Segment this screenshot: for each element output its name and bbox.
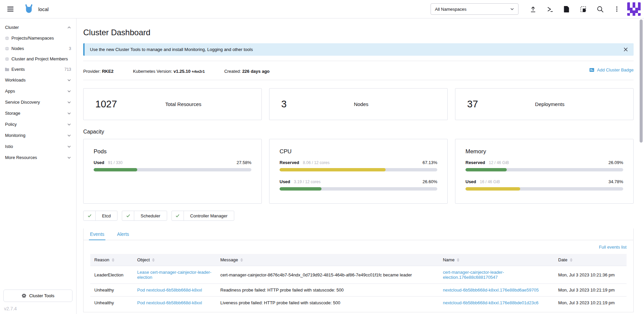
chevron-down-icon — [67, 89, 71, 93]
full-events-list-link[interactable]: Full events list — [90, 245, 627, 250]
sidebar-group-label: Istio — [5, 144, 13, 149]
nodes-card: 3 Nodes — [269, 88, 448, 120]
sidebar-item-cluster-and-project-members[interactable]: Cluster and Project Members — [0, 54, 76, 64]
column-header-object[interactable]: Object — [133, 254, 216, 266]
page-title: Cluster Dashboard — [83, 28, 634, 37]
provider-info: Provider: RKE2 — [83, 69, 113, 74]
close-icon[interactable] — [623, 47, 628, 52]
event-reason: Unhealthy — [90, 284, 133, 297]
chevron-down-icon — [67, 134, 71, 138]
event-message: Liveness probe failed: HTTP probe failed… — [216, 297, 439, 309]
progress-bar-fill — [280, 168, 386, 171]
namespace-filter-select[interactable]: All Namespaces — [431, 3, 518, 15]
event-reason: Unhealthy — [90, 297, 133, 309]
progress-bar-fill — [94, 168, 137, 171]
sidebar-group-service-discovery[interactable]: Service Discovery — [0, 97, 76, 108]
event-name-link[interactable]: nextcloud-6b58bb668d-k8xxl.176e88bde01d2… — [443, 300, 539, 305]
sidebar-item-count: 713 — [64, 67, 71, 72]
search-icon[interactable] — [596, 5, 604, 13]
sidebar-group-label: Cluster — [5, 25, 19, 30]
metric-detail: 3.19 / 12 cores — [294, 179, 320, 184]
copy-kubeconfig-clipboard-icon[interactable] — [580, 5, 587, 13]
component-status-badges: Etcd Scheduler Controller Manager — [83, 211, 634, 221]
event-name-link[interactable]: cert-manager-cainjector-leader-election.… — [443, 270, 504, 280]
sidebar-item-projects-namespaces[interactable]: Projects/Namespaces — [0, 33, 76, 43]
memory-used-row: Used 16 / 46 GiB 34.78% — [465, 179, 623, 191]
progress-bar-fill — [280, 187, 321, 191]
chevron-down-icon — [67, 100, 71, 104]
sidebar-item-events[interactable]: Events 713 — [0, 64, 76, 74]
metric-detail: 8.06 / 12 cores — [303, 160, 330, 165]
progress-bar-fill — [465, 187, 520, 191]
cluster-tools-button[interactable]: Cluster Tools — [3, 290, 72, 302]
tab-bar: Events Alerts — [84, 228, 633, 240]
event-date: Mon, Jul 3 2023 10:21:19 pm — [554, 297, 627, 309]
column-header-message[interactable]: Message — [216, 254, 439, 266]
tab-alerts[interactable]: Alerts — [117, 228, 129, 240]
kebab-menu-icon[interactable] — [613, 5, 621, 13]
chevron-down-icon — [67, 78, 71, 82]
sidebar-group-monitoring[interactable]: Monitoring — [0, 130, 76, 141]
hamburger-menu-icon[interactable] — [6, 5, 15, 13]
metric-detail: 12 / 46 GiB — [489, 160, 509, 165]
event-object-link[interactable]: Pod nextcloud-6b58bb668d-k8xxl — [137, 287, 202, 293]
events-panel: Events Alerts Full events list Reason Ob… — [83, 228, 634, 312]
event-object-link[interactable]: Pod nextcloud-6b58bb668d-k8xxl — [137, 300, 202, 305]
sidebar-group-istio[interactable]: Istio — [0, 141, 76, 152]
check-icon — [172, 211, 184, 220]
sidebar-group-workloads[interactable]: Workloads — [0, 74, 76, 86]
rancher-logo-icon — [23, 4, 34, 14]
count-cards: 1027 Total Resources 3 Nodes 37 Deployme… — [83, 88, 634, 120]
capacity-card-title: Pods — [94, 148, 251, 155]
import-yaml-upload-icon[interactable] — [529, 5, 537, 13]
table-row: Unhealthy Pod nextcloud-6b58bb668d-k8xxl… — [90, 284, 627, 297]
sidebar-group-policy[interactable]: Policy — [0, 119, 76, 130]
metric-label: Reserved — [465, 160, 485, 165]
check-icon — [84, 211, 96, 220]
column-header-date[interactable]: Date — [554, 254, 627, 266]
column-header-name[interactable]: Name — [439, 254, 554, 266]
metric-label: Reserved — [280, 160, 299, 165]
info-banner: Use the new Cluster Tools to manage and … — [83, 43, 634, 56]
event-name-link[interactable]: nextcloud-6b58bb668d-k8xxl.176e88bd6ae59… — [443, 287, 539, 293]
event-object-link[interactable]: Lease cert-manager-cainjector-leader-ele… — [137, 270, 211, 280]
download-kubeconfig-file-icon[interactable] — [563, 5, 570, 13]
deployments-card: 37 Deployments — [455, 88, 634, 120]
column-header-reason[interactable]: Reason — [90, 254, 133, 266]
scrollbar-thumb[interactable] — [640, 19, 643, 143]
sidebar-group-cluster[interactable]: Cluster — [0, 22, 76, 33]
count-value: 3 — [281, 99, 287, 110]
top-bar: local All Namespaces — [0, 0, 644, 18]
badge-icon — [589, 67, 595, 73]
progress-bar-track — [280, 187, 437, 191]
sidebar: Cluster Projects/Namespaces Nodes 3 Clus… — [0, 18, 77, 314]
event-reason: LeaderElection — [90, 266, 133, 284]
count-value: 1027 — [95, 99, 117, 110]
gear-icon — [21, 293, 27, 298]
count-label: Nodes — [287, 101, 436, 107]
scheduler-status-badge: Scheduler — [122, 211, 167, 221]
sidebar-group-more-resources[interactable]: More Resources — [0, 152, 76, 163]
info-banner-text: Use the new Cluster Tools to manage and … — [90, 47, 253, 52]
sidebar-item-nodes[interactable]: Nodes 3 — [0, 43, 76, 54]
add-cluster-badge-link[interactable]: Add Cluster Badge — [589, 67, 634, 73]
metric-detail: 16 / 46 GiB — [480, 179, 500, 184]
chevron-down-icon — [67, 145, 71, 149]
count-value: 37 — [467, 99, 478, 110]
user-avatar[interactable] — [627, 2, 641, 16]
tab-events[interactable]: Events — [90, 228, 104, 240]
chevron-down-icon — [510, 7, 514, 11]
event-date: Mon, Jul 3 2023 10:21:19 pm — [554, 284, 627, 297]
kubectl-shell-icon[interactable] — [546, 5, 553, 13]
cluster-name[interactable]: local — [38, 6, 49, 12]
count-label: Total Resources — [117, 101, 250, 107]
cpu-reserved-row: Reserved 8.06 / 12 cores 67.13% — [280, 160, 437, 171]
topbar-actions: All Namespaces — [431, 2, 641, 16]
etcd-status-badge: Etcd — [83, 211, 117, 221]
capacity-cards: Pods Used 91 / 330 27.58% CPU Reserved 8 — [83, 139, 634, 204]
event-message: Readiness probe failed: HTTP probe faile… — [216, 284, 439, 297]
progress-bar-track — [465, 168, 623, 171]
sidebar-group-apps[interactable]: Apps — [0, 86, 76, 97]
badge-label: Scheduler — [134, 213, 167, 218]
sidebar-group-storage[interactable]: Storage — [0, 108, 76, 119]
